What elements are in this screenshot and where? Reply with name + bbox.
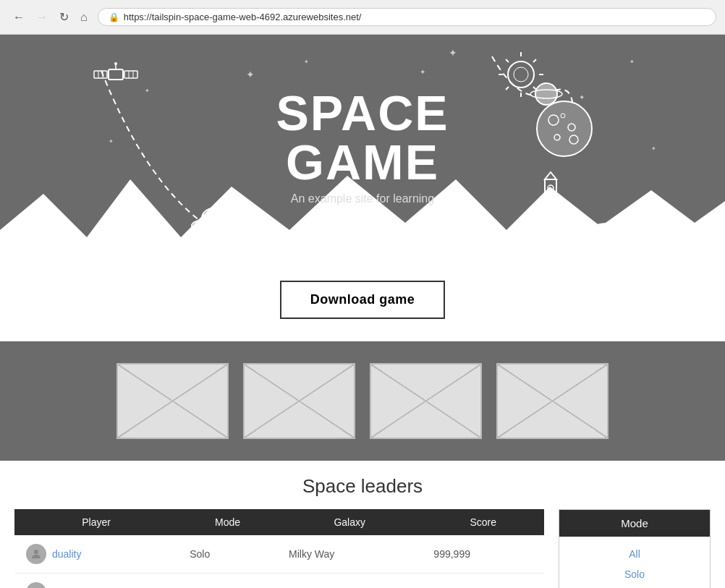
mode-filter-body: AllSoloDuoTrio [559,537,710,588]
svg-point-58 [575,231,611,257]
galaxy-cell: NGC 1300 [277,574,422,589]
table-header-row: Player Mode Galaxy Score [14,509,544,535]
hero-section: ✦ ✦ ✦ ✦ ✦ ✦ ✦ ✦ ✦ [0,35,725,259]
svg-line-26 [506,87,509,90]
svg-point-34 [535,83,557,105]
svg-line-25 [533,59,536,62]
screenshot-3 [370,363,482,439]
table-row: banant TrioNGC 1300999,998 [14,574,544,589]
score-cell: 999,998 [422,574,544,589]
download-section: Download game [0,259,725,341]
browser-chrome: ← → ↻ ⌂ 🔒 https://tailspin-space-game-we… [0,0,725,35]
avatar [26,582,46,588]
col-mode: Mode [178,509,277,535]
mode-filter-item[interactable]: Duo [559,584,710,588]
mode-filter-header: Mode [559,510,710,537]
svg-marker-50 [545,172,556,179]
svg-point-59 [34,550,38,554]
svg-text:✦: ✦ [420,68,425,76]
svg-point-19 [514,67,528,82]
mode-cell: Trio [178,574,277,589]
player-link[interactable]: duality [52,548,81,560]
hero-content: SPACE GAME An example site for learning [276,88,449,205]
hero-subtitle: An example site for learning [276,192,449,205]
col-galaxy: Galaxy [277,509,422,535]
svg-line-27 [533,87,536,90]
mode-filter-item[interactable]: All [559,544,710,564]
player-cell: banant [14,574,178,589]
leaderboard-layout: Player Mode Galaxy Score duality SoloMil… [14,509,711,588]
mode-cell: Solo [178,535,277,574]
svg-text:✦: ✦ [629,59,635,65]
svg-text:✦: ✦ [449,47,457,59]
svg-rect-9 [109,69,123,80]
home-button[interactable]: ⌂ [76,7,92,27]
score-cell: 999,999 [422,535,544,574]
screenshot-2 [243,363,355,439]
svg-point-18 [508,61,534,88]
col-score: Score [422,509,544,535]
svg-text:✦: ✦ [145,88,150,94]
svg-rect-11 [124,71,137,78]
url-text: https://tailspin-space-game-web-4692.azu… [124,12,362,22]
svg-text:✦: ✦ [304,59,309,65]
back-button[interactable]: ← [9,7,29,27]
mode-filter-item[interactable]: Solo [559,564,710,584]
hero-title: SPACE GAME [276,88,449,187]
svg-rect-10 [94,71,107,78]
leaderboard-section: Space leaders Player Mode Galaxy Score [0,461,725,588]
table-row: duality SoloMilky Way999,999 [14,535,544,574]
col-player: Player [14,509,178,535]
screenshot-4 [496,363,609,439]
avatar [26,544,46,564]
refresh-button[interactable]: ↻ [55,7,73,27]
address-bar[interactable]: 🔒 https://tailspin-space-game-web-4692.a… [98,8,716,26]
mode-filter-box: Mode AllSoloDuoTrio [559,509,711,588]
screenshots-section [0,341,725,461]
lock-icon: 🔒 [109,12,119,22]
galaxy-cell: Milky Way [277,535,422,574]
svg-text:✦: ✦ [246,69,255,80]
screenshot-1 [116,363,229,439]
leaderboard-title: Space leaders [14,475,711,498]
download-game-button[interactable]: Download game [280,281,446,319]
leaderboard-table-wrap: Player Mode Galaxy Score duality SoloMil… [14,509,544,588]
filter-sidebar: Mode AllSoloDuoTrio Galaxy [559,509,711,588]
svg-point-57 [608,221,651,250]
svg-text:✦: ✦ [579,93,585,101]
nav-buttons: ← → ↻ ⌂ [9,7,92,27]
satellite-graphic [94,62,137,80]
svg-point-17 [114,62,117,65]
svg-line-24 [506,59,509,62]
forward-button[interactable]: → [32,7,52,27]
svg-text:✦: ✦ [651,145,656,152]
svg-point-28 [537,101,592,156]
leaderboard-table: Player Mode Galaxy Score duality SoloMil… [14,509,544,588]
player-cell: duality [14,535,178,574]
svg-text:✦: ✦ [109,138,114,145]
